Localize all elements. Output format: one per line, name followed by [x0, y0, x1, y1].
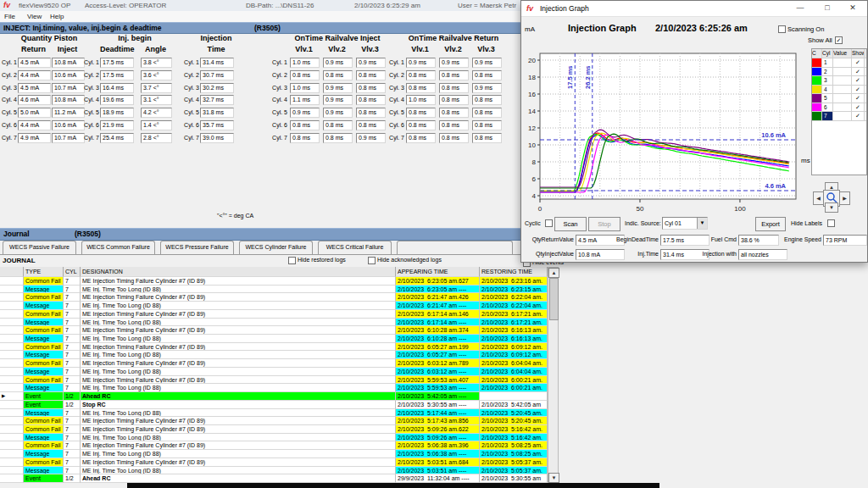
scan-button[interactable]: Scan — [554, 217, 587, 231]
show-all-checkbox[interactable]: ✓ — [835, 36, 843, 44]
minimize-icon[interactable]: — — [787, 1, 813, 15]
journal-row[interactable]: Message7ME Inj. Time Too Long (ID 88)2/1… — [0, 302, 548, 310]
legend-row[interactable]: 4✓ — [812, 86, 866, 95]
ontime_inject-value-field[interactable]: 0.8 ms — [356, 120, 386, 130]
ontime_inject-value-field[interactable]: 0.8 ms — [290, 70, 320, 80]
ontime_return-value-field[interactable]: 0.8 ms — [439, 83, 469, 93]
stop-button[interactable]: Stop — [588, 217, 620, 231]
field-value-engine-speed[interactable]: 73 RPM — [823, 235, 867, 246]
journal-row[interactable]: Message7ME Inj. Time Too Long (ID 88)2/1… — [0, 450, 548, 458]
quantity_piston-value-field[interactable]: 4.5 mA — [18, 58, 51, 68]
legend-show-checkbox[interactable]: ✓ — [852, 76, 865, 85]
column-header-CYL[interactable]: CYL — [64, 267, 81, 277]
journal-row[interactable]: Message7ME Inj. Time Too Long (ID 88)2/1… — [0, 319, 548, 327]
column-header-DESIGNATION[interactable]: DESIGNATION — [81, 267, 396, 277]
cyclic-checkbox[interactable] — [545, 219, 553, 227]
inj_begin-value-field[interactable]: 18.9 ms — [100, 108, 134, 118]
journal-row[interactable]: Message7ME Inj. Time Too Long (ID 88)2/1… — [0, 467, 548, 475]
ontime_return-value-field[interactable]: 0.8 ms — [472, 95, 502, 105]
ontime_inject-value-field[interactable]: 0.8 ms — [356, 70, 386, 80]
journal-row[interactable]: Message7ME Inj. Time Too Long (ID 88)2/1… — [0, 335, 548, 343]
ontime_return-value-field[interactable]: 0.8 ms — [472, 133, 502, 143]
ontime_return-value-field[interactable]: 0.8 ms — [439, 95, 469, 105]
legend-row[interactable]: 3✓ — [812, 76, 866, 86]
tab-wecs-cylinder-failure[interactable]: WECS Cylinder Failure — [239, 241, 313, 254]
legend-row[interactable]: 7✓ — [812, 112, 866, 121]
pan-right-icon[interactable]: ▶ — [839, 191, 850, 205]
journal-row[interactable]: Common Fail7ME Injection Timing Failure … — [0, 441, 548, 450]
ontime_inject-value-field[interactable]: 0.8 ms — [323, 133, 353, 143]
ontime_inject-value-field[interactable]: 0.9 ms — [356, 133, 386, 143]
menu-item-help[interactable]: Help — [50, 13, 64, 20]
journal-row[interactable]: Common Fail7ME Injection Timing Failure … — [0, 293, 548, 302]
ontime_return-value-field[interactable]: 0.8 ms — [406, 108, 436, 118]
inj_begin-value-field[interactable]: 3.8 <° — [141, 58, 172, 68]
legend-show-checkbox[interactable]: ✓ — [852, 103, 865, 112]
legend-row[interactable]: 5✓ — [812, 94, 866, 103]
journal-row[interactable]: Common Fail7ME Injection Timing Failure … — [0, 343, 548, 352]
legend-show-checkbox[interactable]: ✓ — [852, 86, 865, 94]
ontime_inject-value-field[interactable]: 0.8 ms — [290, 133, 320, 143]
journal-row[interactable]: ▶Event1/2Ahead RC2/10/2023 5:42:05 am --… — [0, 392, 548, 401]
menu-item-file[interactable]: File — [4, 13, 15, 20]
ontime_return-value-field[interactable]: 0.9 ms — [472, 58, 502, 68]
journal-scrollbar[interactable]: ▲ ▼ — [548, 267, 559, 484]
ontime_return-value-field[interactable]: 0.8 ms — [406, 70, 436, 80]
maximize-icon[interactable]: □ — [815, 1, 840, 15]
scroll-up-icon[interactable]: ▲ — [548, 268, 559, 278]
field-value-fuel-cmd[interactable]: 38.6 % — [738, 235, 779, 246]
legend-show-checkbox[interactable]: ✓ — [852, 58, 865, 67]
tab-blank[interactable] — [397, 241, 513, 254]
journal-row[interactable]: Common Fail7ME Injection Timing Failure … — [0, 359, 548, 368]
inj_begin-value-field[interactable]: 4.2 <° — [141, 108, 172, 118]
column-header-TYPE[interactable]: TYPE — [24, 267, 64, 277]
inj_begin-value-field[interactable]: 19.6 ms — [100, 95, 134, 105]
journal-row[interactable]: Common Fail7ME Injection Timing Failure … — [0, 310, 548, 319]
ontime_return-value-field[interactable]: 0.8 ms — [406, 120, 436, 130]
ontime_return-value-field[interactable]: 0.8 ms — [472, 108, 502, 118]
export-button[interactable]: Export — [755, 217, 786, 231]
scanning-on-checkbox[interactable] — [778, 25, 786, 33]
ontime_inject-value-field[interactable]: 1.1 ms — [290, 95, 320, 105]
inj_begin-value-field[interactable]: 2.8 <° — [141, 133, 172, 143]
inj_begin-value-field[interactable]: 3.1 <° — [141, 95, 172, 105]
quantity_piston-value-field[interactable]: 4.4 mA — [18, 70, 51, 80]
journal-row[interactable]: Message7ME Inj. Time Too Long (ID 88)2/1… — [0, 434, 548, 442]
tab-wecs-passive-failure[interactable]: WECS Passive Failure — [3, 241, 76, 254]
ontime_inject-value-field[interactable]: 1.0 ms — [290, 83, 320, 93]
journal-row[interactable]: Common Fail7ME Injection Timing Failure … — [0, 326, 548, 335]
column-header-selector[interactable] — [0, 267, 24, 277]
inj_begin-value-field[interactable]: 17.5 ms — [100, 70, 134, 80]
journal-row[interactable]: Event1/2Ahead RC29/9/2023 11:32:04 am --… — [0, 474, 548, 483]
journal-row[interactable]: Common Fail7ME Injection Timing Failure … — [0, 376, 548, 385]
ontime_inject-value-field[interactable]: 0.9 ms — [323, 108, 353, 118]
journal-row[interactable]: Common Fail7ME Injection Timing Failure … — [0, 417, 548, 425]
hide-labels-checkbox[interactable] — [827, 219, 835, 227]
scrollbar-thumb[interactable] — [549, 278, 559, 320]
ontime_return-value-field[interactable]: 0.8 ms — [406, 133, 436, 143]
journal-row[interactable]: Message7ME Inj. Time Too Long (ID 88)2/1… — [0, 351, 548, 359]
column-header-APPEARING TIME[interactable]: APPEARING TIME — [396, 267, 480, 277]
filter-checkbox-hide-acknowledged-logs[interactable] — [368, 257, 376, 264]
menu-item-view[interactable]: View — [27, 13, 42, 20]
injection_time-value-field[interactable]: 35.7 ms — [200, 120, 234, 130]
inj_begin-value-field[interactable]: 17.5 ms — [100, 58, 134, 68]
ontime_return-value-field[interactable]: 0.8 ms — [472, 120, 502, 130]
journal-row[interactable]: Message7ME Inj. Time Too Long (ID 88)2/1… — [0, 409, 548, 418]
ontime_return-value-field[interactable]: 0.8 ms — [439, 133, 469, 143]
quantity_piston-value-field[interactable]: 4.9 mA — [18, 133, 51, 143]
ontime_inject-value-field[interactable]: 0.8 ms — [323, 120, 353, 130]
pan-down-icon[interactable]: ▼ — [825, 202, 838, 213]
indic-source-select[interactable]: Cyl 01 ▼ — [662, 217, 708, 230]
legend-row[interactable]: 6✓ — [812, 103, 866, 113]
ontime_inject-value-field[interactable]: 0.9 ms — [323, 95, 353, 105]
legend-show-checkbox[interactable]: ✓ — [852, 68, 865, 76]
filter-checkbox-hide-restored-logs[interactable] — [288, 257, 296, 264]
ontime_return-value-field[interactable]: 0.8 ms — [472, 70, 502, 80]
ontime_return-value-field[interactable]: 0.8 ms — [439, 70, 469, 80]
field-value-injection-with[interactable]: all nozzles — [738, 249, 787, 260]
ontime_return-value-field[interactable]: 0.9 ms — [439, 58, 469, 68]
ontime_return-value-field[interactable]: 0.8 ms — [439, 108, 469, 118]
inj_begin-value-field[interactable]: 16.4 ms — [100, 83, 134, 93]
journal-row[interactable]: Event1/2Stop RC2/10/2023 5:30:55 am ----… — [0, 401, 548, 409]
